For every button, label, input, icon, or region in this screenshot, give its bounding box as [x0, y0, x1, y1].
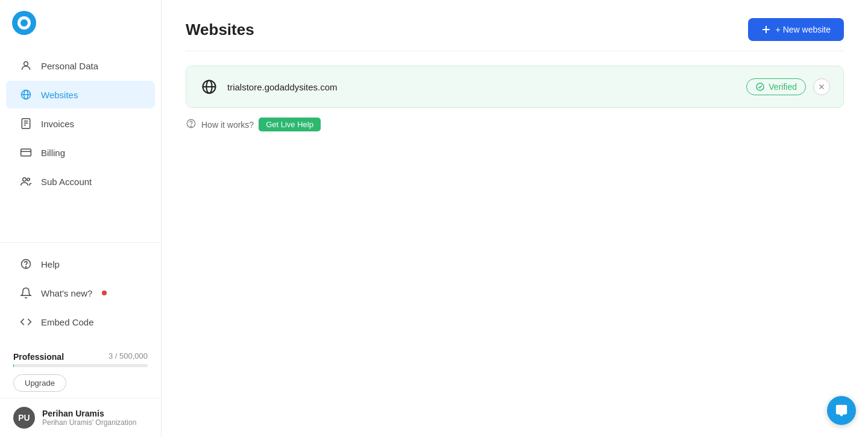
- sidebar-item-billing[interactable]: Billing: [6, 139, 155, 166]
- sidebar-item-invoices[interactable]: Invoices: [6, 110, 155, 137]
- sidebar-item-label: Personal Data: [41, 61, 98, 71]
- plan-progress-fill: [13, 364, 14, 367]
- sidebar-item-embed-code[interactable]: Embed Code: [6, 308, 155, 336]
- sidebar-item-help[interactable]: Help: [6, 250, 155, 278]
- card-icon: [19, 146, 33, 159]
- sidebar-nav: Personal Data Websites: [0, 46, 161, 242]
- sidebar-item-label: Billing: [41, 148, 65, 158]
- svg-point-23: [190, 125, 191, 126]
- group-icon: [19, 175, 33, 188]
- new-website-label: + New website: [776, 25, 831, 34]
- avatar: PU: [13, 407, 35, 429]
- get-live-help-button[interactable]: Get Live Help: [259, 118, 321, 131]
- globe-icon: [19, 88, 33, 101]
- website-globe-icon: [200, 77, 219, 96]
- website-info: trialstore.godaddysites.com: [200, 77, 338, 96]
- sidebar-item-label: Sub Account: [41, 177, 92, 187]
- svg-point-13: [25, 266, 26, 267]
- plus-icon: [761, 25, 771, 34]
- sidebar-bottom-nav: Help What's new? Embed Code: [0, 242, 161, 343]
- how-it-works-section: How it works? Get Live Help: [186, 118, 844, 131]
- chat-icon: [835, 404, 848, 417]
- bell-icon: [19, 286, 33, 300]
- user-info: Perihan Uramis Perihan Uramis' Organizat…: [42, 409, 136, 427]
- svg-point-19: [756, 83, 764, 90]
- plan-progress-bar: [13, 364, 148, 367]
- website-card: trialstore.godaddysites.com Verified: [186, 66, 844, 108]
- verified-badge: Verified: [746, 78, 806, 95]
- page-title: Websites: [186, 20, 254, 39]
- website-actions: Verified: [746, 78, 830, 95]
- sidebar-item-websites[interactable]: Websites: [6, 81, 155, 108]
- sidebar-item-label: Websites: [41, 90, 78, 100]
- sidebar-item-label: Embed Code: [41, 317, 94, 327]
- user-name: Perihan Uramis: [42, 409, 136, 418]
- svg-rect-4: [22, 119, 30, 129]
- sidebar-item-label: Help: [41, 259, 60, 269]
- plan-name: Professional: [13, 352, 64, 362]
- verified-label: Verified: [769, 82, 797, 92]
- sidebar-item-sub-account[interactable]: Sub Account: [6, 168, 155, 195]
- upgrade-button[interactable]: Upgrade: [13, 374, 66, 392]
- notification-dot: [102, 291, 107, 295]
- app-logo[interactable]: [12, 11, 36, 35]
- svg-point-10: [23, 178, 27, 181]
- how-it-works-label: How it works?: [201, 120, 254, 130]
- chat-button[interactable]: [827, 396, 856, 425]
- receipt-icon: [19, 117, 33, 130]
- page-header: Websites + New website: [186, 18, 844, 51]
- remove-website-button[interactable]: [813, 78, 830, 95]
- main-content: Websites + New website trialstore.godadd…: [162, 0, 868, 437]
- sidebar-item-whats-new[interactable]: What's new?: [6, 279, 155, 307]
- plan-usage: 3 / 500,000: [108, 351, 148, 360]
- code-icon: [19, 315, 33, 329]
- question-icon: [19, 257, 33, 271]
- question-circle-icon: [186, 118, 197, 131]
- svg-point-11: [27, 178, 30, 181]
- check-icon: [755, 82, 765, 92]
- sidebar-logo: [0, 0, 161, 46]
- sidebar-item-label: Invoices: [41, 119, 74, 129]
- website-url: trialstore.godaddysites.com: [227, 82, 338, 92]
- svg-point-0: [24, 61, 28, 66]
- plan-section: Professional 3 / 500,000 Upgrade: [0, 343, 161, 398]
- person-icon: [19, 59, 33, 72]
- user-org: Perihan Uramis' Organization: [42, 418, 136, 427]
- new-website-button[interactable]: + New website: [748, 18, 844, 41]
- sidebar-item-personal-data[interactable]: Personal Data: [6, 52, 155, 80]
- user-section: PU Perihan Uramis Perihan Uramis' Organi…: [0, 398, 161, 437]
- sidebar: Personal Data Websites: [0, 0, 162, 437]
- svg-rect-8: [21, 149, 31, 156]
- close-icon: [817, 83, 826, 91]
- sidebar-item-label: What's new?: [41, 288, 92, 298]
